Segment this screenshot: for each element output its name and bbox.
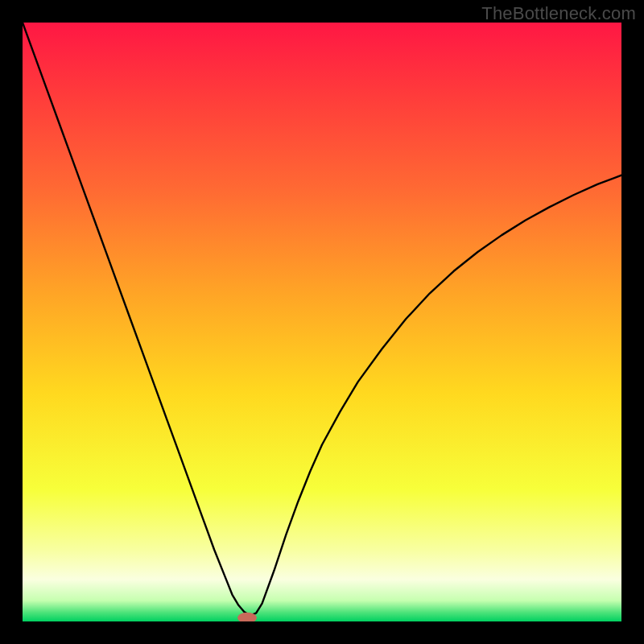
bottleneck-chart	[23, 23, 621, 621]
chart-frame: TheBottleneck.com	[0, 0, 644, 644]
plot-background	[23, 23, 621, 621]
watermark-text: TheBottleneck.com	[481, 3, 636, 24]
